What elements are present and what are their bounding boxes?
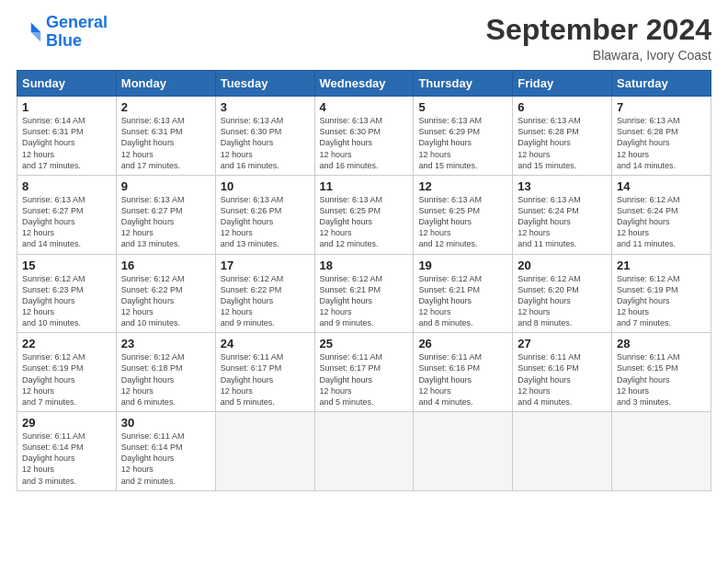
day-cell [414, 412, 513, 491]
day-cell [314, 412, 414, 491]
day-info: Sunrise: 6:13 AMSunset: 6:27 PMDaylight … [121, 194, 210, 250]
col-friday: Friday [513, 71, 612, 97]
logo-icon [17, 19, 42, 45]
day-cell: 14Sunrise: 6:12 AMSunset: 6:24 PMDayligh… [612, 175, 711, 254]
title-block: September 2024 Blawara, Ivory Coast [486, 14, 711, 63]
week-row-4: 22Sunrise: 6:12 AMSunset: 6:19 PMDayligh… [17, 333, 711, 412]
day-info: Sunrise: 6:13 AMSunset: 6:27 PMDaylight … [22, 194, 111, 250]
day-cell: 28Sunrise: 6:11 AMSunset: 6:15 PMDayligh… [612, 333, 711, 412]
logo-blue: Blue [46, 31, 82, 50]
day-info: Sunrise: 6:13 AMSunset: 6:25 PMDaylight … [418, 194, 507, 250]
col-thursday: Thursday [414, 71, 513, 97]
day-cell: 25Sunrise: 6:11 AMSunset: 6:17 PMDayligh… [314, 333, 414, 412]
day-cell: 24Sunrise: 6:11 AMSunset: 6:17 PMDayligh… [215, 333, 314, 412]
day-cell: 27Sunrise: 6:11 AMSunset: 6:16 PMDayligh… [513, 333, 612, 412]
day-info: Sunrise: 6:11 AMSunset: 6:15 PMDaylight … [617, 351, 706, 408]
day-cell: 8Sunrise: 6:13 AMSunset: 6:27 PMDaylight… [17, 175, 117, 254]
day-cell: 30Sunrise: 6:11 AMSunset: 6:14 PMDayligh… [116, 412, 215, 491]
day-cell: 11Sunrise: 6:13 AMSunset: 6:25 PMDayligh… [314, 175, 414, 254]
day-number: 17 [221, 259, 310, 272]
day-info: Sunrise: 6:11 AMSunset: 6:16 PMDaylight … [518, 351, 607, 408]
day-number: 1 [22, 100, 111, 114]
day-cell: 10Sunrise: 6:13 AMSunset: 6:26 PMDayligh… [215, 175, 314, 254]
month-title: September 2024 [486, 14, 711, 46]
day-number: 26 [418, 337, 507, 350]
day-cell: 5Sunrise: 6:13 AMSunset: 6:29 PMDaylight… [414, 97, 513, 176]
day-number: 15 [22, 259, 111, 272]
week-row-5: 29Sunrise: 6:11 AMSunset: 6:14 PMDayligh… [17, 412, 711, 491]
day-cell: 17Sunrise: 6:12 AMSunset: 6:22 PMDayligh… [215, 254, 314, 333]
col-wednesday: Wednesday [314, 71, 414, 97]
col-sunday: Sunday [17, 71, 117, 97]
col-monday: Monday [116, 71, 215, 97]
day-info: Sunrise: 6:12 AMSunset: 6:19 PMDaylight … [22, 351, 111, 408]
day-cell: 4Sunrise: 6:13 AMSunset: 6:30 PMDaylight… [314, 97, 414, 176]
day-cell [612, 412, 711, 491]
day-number: 6 [518, 100, 607, 114]
week-row-2: 8Sunrise: 6:13 AMSunset: 6:27 PMDaylight… [17, 175, 711, 254]
day-info: Sunrise: 6:14 AMSunset: 6:31 PMDaylight … [22, 115, 111, 171]
svg-marker-2 [20, 22, 31, 41]
day-info: Sunrise: 6:13 AMSunset: 6:26 PMDaylight … [221, 194, 310, 250]
day-number: 27 [518, 337, 607, 350]
logo-general: General [46, 13, 108, 31]
day-number: 7 [617, 100, 706, 114]
day-info: Sunrise: 6:13 AMSunset: 6:31 PMDaylight … [121, 115, 210, 171]
day-number: 11 [320, 179, 409, 193]
day-info: Sunrise: 6:13 AMSunset: 6:29 PMDaylight … [418, 115, 507, 171]
day-number: 30 [121, 416, 210, 430]
day-cell: 3Sunrise: 6:13 AMSunset: 6:30 PMDaylight… [215, 97, 314, 176]
day-cell: 6Sunrise: 6:13 AMSunset: 6:28 PMDaylight… [513, 97, 612, 176]
day-cell: 7Sunrise: 6:13 AMSunset: 6:28 PMDaylight… [612, 97, 711, 176]
day-cell: 19Sunrise: 6:12 AMSunset: 6:21 PMDayligh… [414, 254, 513, 333]
day-info: Sunrise: 6:11 AMSunset: 6:17 PMDaylight … [221, 351, 310, 408]
day-info: Sunrise: 6:13 AMSunset: 6:28 PMDaylight … [617, 115, 706, 171]
calendar: Sunday Monday Tuesday Wednesday Thursday… [17, 70, 711, 491]
day-cell: 15Sunrise: 6:12 AMSunset: 6:23 PMDayligh… [17, 254, 117, 333]
day-number: 28 [617, 337, 706, 350]
day-info: Sunrise: 6:13 AMSunset: 6:30 PMDaylight … [320, 115, 409, 171]
day-cell: 9Sunrise: 6:13 AMSunset: 6:27 PMDaylight… [116, 175, 215, 254]
day-number: 2 [121, 100, 210, 114]
day-cell: 16Sunrise: 6:12 AMSunset: 6:22 PMDayligh… [116, 254, 215, 333]
week-row-1: 1Sunrise: 6:14 AMSunset: 6:31 PMDaylight… [17, 97, 711, 176]
day-number: 14 [617, 179, 706, 193]
day-number: 12 [418, 179, 507, 193]
day-cell: 2Sunrise: 6:13 AMSunset: 6:31 PMDaylight… [116, 97, 215, 176]
day-number: 29 [22, 416, 111, 430]
day-number: 16 [121, 259, 210, 272]
day-cell: 18Sunrise: 6:12 AMSunset: 6:21 PMDayligh… [314, 254, 414, 333]
col-tuesday: Tuesday [215, 71, 314, 97]
day-info: Sunrise: 6:11 AMSunset: 6:14 PMDaylight … [22, 431, 111, 487]
day-cell [215, 412, 314, 491]
day-info: Sunrise: 6:12 AMSunset: 6:22 PMDaylight … [221, 273, 310, 329]
location: Blawara, Ivory Coast [486, 48, 711, 63]
day-number: 9 [121, 179, 210, 193]
weekday-header-row: Sunday Monday Tuesday Wednesday Thursday… [17, 71, 711, 97]
day-cell: 29Sunrise: 6:11 AMSunset: 6:14 PMDayligh… [17, 412, 117, 491]
day-number: 5 [418, 100, 507, 114]
day-cell: 23Sunrise: 6:12 AMSunset: 6:18 PMDayligh… [116, 333, 215, 412]
day-info: Sunrise: 6:13 AMSunset: 6:30 PMDaylight … [221, 115, 310, 171]
page: General Blue September 2024 Blawara, Ivo… [0, 0, 728, 563]
day-number: 3 [221, 100, 310, 114]
day-info: Sunrise: 6:12 AMSunset: 6:21 PMDaylight … [418, 273, 507, 329]
day-info: Sunrise: 6:11 AMSunset: 6:17 PMDaylight … [320, 351, 409, 408]
day-info: Sunrise: 6:12 AMSunset: 6:23 PMDaylight … [22, 273, 111, 329]
day-number: 22 [22, 337, 111, 350]
day-cell [513, 412, 612, 491]
day-cell: 1Sunrise: 6:14 AMSunset: 6:31 PMDaylight… [17, 97, 117, 176]
day-info: Sunrise: 6:12 AMSunset: 6:24 PMDaylight … [617, 194, 706, 250]
header: General Blue September 2024 Blawara, Ivo… [17, 14, 711, 63]
logo: General Blue [17, 14, 108, 51]
day-info: Sunrise: 6:12 AMSunset: 6:22 PMDaylight … [121, 273, 210, 329]
day-number: 8 [22, 179, 111, 193]
day-number: 23 [121, 337, 210, 350]
day-number: 25 [320, 337, 409, 350]
day-info: Sunrise: 6:12 AMSunset: 6:19 PMDaylight … [617, 273, 706, 329]
day-number: 18 [320, 259, 409, 272]
col-saturday: Saturday [612, 71, 711, 97]
day-number: 10 [221, 179, 310, 193]
day-number: 4 [320, 100, 409, 114]
day-info: Sunrise: 6:11 AMSunset: 6:14 PMDaylight … [121, 431, 210, 487]
